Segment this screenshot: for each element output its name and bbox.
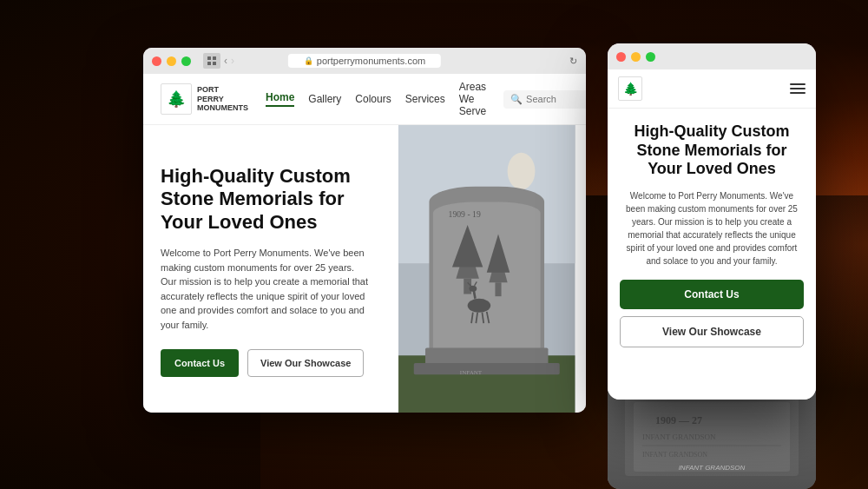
mobile-contact-us-button[interactable]: Contact Us (620, 280, 804, 309)
nav-colours[interactable]: Colours (355, 93, 391, 105)
svg-rect-1 (213, 56, 216, 60)
mobile-maximize-button[interactable] (646, 52, 655, 62)
svg-text:1909 — 27: 1909 — 27 (655, 414, 702, 426)
search-input[interactable] (526, 94, 586, 104)
mobile-hero-title: High-Quality Custom Stone Memorials for … (620, 122, 804, 179)
browser-maximize-button[interactable] (181, 56, 191, 66)
view-showcase-button[interactable]: View Our Showcase (247, 349, 364, 377)
mobile-view-showcase-button[interactable]: View Our Showcase (620, 316, 804, 347)
svg-rect-30 (608, 389, 816, 489)
hamburger-menu-button[interactable] (790, 83, 806, 94)
svg-rect-28 (413, 363, 559, 374)
svg-rect-13 (464, 279, 471, 294)
hamburger-line-3 (790, 92, 806, 94)
tree-logo-icon: 🌲 (167, 89, 186, 109)
mobile-hero-description: Welcome to Port Perry Monuments. We've b… (620, 189, 804, 268)
refresh-icon[interactable]: ↻ (569, 56, 577, 67)
hero-title: High-Quality Custom Stone Memorials for … (161, 165, 370, 234)
forward-arrow-icon[interactable]: › (231, 55, 234, 67)
site-logo: 🌲 PORTPERRYMONUMENTS (161, 83, 248, 115)
mobile-stone-svg: 1909 — 27 INFANT GRANDSON INFANT GRANDSO… (608, 389, 816, 489)
svg-rect-3 (213, 62, 216, 65)
svg-rect-2 (207, 62, 211, 65)
mobile-browser-window: 🌲 High-Quality Custom Stone Memorials fo… (608, 43, 816, 400)
site-navigation: 🌲 PORTPERRYMONUMENTS Home Gallery Colour… (143, 74, 586, 125)
browser-content: 🌲 PORTPERRYMONUMENTS Home Gallery Colour… (143, 74, 586, 413)
svg-text:INFANT GRANDSON: INFANT GRANDSON (642, 451, 707, 459)
nav-gallery[interactable]: Gallery (308, 93, 341, 105)
hero-buttons: Contact Us View Our Showcase (161, 349, 370, 377)
browser-minimize-button[interactable] (167, 56, 176, 66)
search-icon: 🔍 (510, 94, 523, 105)
mobile-titlebar (608, 43, 816, 69)
hero-description: Welcome to Port Perry Monuments. We've b… (161, 246, 370, 332)
mobile-hero-section: High-Quality Custom Stone Memorials for … (608, 109, 816, 361)
contact-us-button[interactable]: Contact Us (161, 349, 239, 377)
address-bar[interactable]: 🔒 portperrymonuments.com (288, 54, 441, 68)
hamburger-line-1 (790, 83, 806, 85)
back-arrow-icon[interactable]: ‹ (224, 55, 227, 67)
mobile-content: 🌲 High-Quality Custom Stone Memorials fo… (608, 69, 816, 400)
hero-image: 1909 - 19 INFANT (387, 125, 587, 413)
site-name: PORTPERRYMONUMENTS (197, 85, 248, 113)
nav-services[interactable]: Services (405, 93, 445, 105)
logo-icon: 🌲 (161, 83, 192, 115)
svg-text:INFANT GRANDSON: INFANT GRANDSON (642, 433, 716, 441)
svg-point-19 (469, 286, 477, 292)
browser-titlebar: ‹ › 🔒 portperrymonuments.com ↻ (143, 48, 586, 74)
memorial-stone-image: 1909 - 19 INFANT (387, 125, 587, 413)
svg-rect-16 (495, 282, 501, 296)
svg-point-6 (507, 153, 535, 189)
mobile-tree-icon: 🌲 (623, 82, 638, 96)
stone-inscription: INFANT GRANDSON (679, 464, 746, 472)
desktop-browser-window: ‹ › 🔒 portperrymonuments.com ↻ 🌲 PORTPER… (143, 48, 586, 413)
mobile-minimize-button[interactable] (631, 52, 641, 62)
svg-text:1909 - 19: 1909 - 19 (448, 209, 480, 219)
svg-rect-32 (634, 402, 790, 472)
mobile-logo-icon: 🌲 (618, 76, 642, 101)
url-text: portperrymonuments.com (317, 56, 425, 66)
nav-areas[interactable]: Areas We Serve (459, 81, 486, 117)
nav-home[interactable]: Home (266, 91, 294, 107)
mobile-stone-image: 1909 — 27 INFANT GRANDSON INFANT GRANDSO… (608, 389, 816, 489)
mobile-navigation: 🌲 (608, 69, 816, 109)
svg-point-17 (467, 299, 490, 313)
mobile-close-button[interactable] (616, 52, 626, 62)
browser-nav-icons: ‹ › (203, 53, 234, 69)
grid-icon[interactable] (203, 53, 220, 69)
svg-text:INFANT: INFANT (459, 369, 482, 376)
hamburger-line-2 (790, 88, 806, 89)
search-box[interactable]: 🔍 (503, 90, 586, 109)
lock-icon: 🔒 (304, 56, 313, 65)
hero-section: High-Quality Custom Stone Memorials for … (143, 125, 586, 413)
svg-rect-0 (207, 56, 211, 60)
nav-links: Home Gallery Colours Services Areas We S… (266, 81, 486, 117)
hero-text-area: High-Quality Custom Stone Memorials for … (143, 125, 387, 413)
browser-close-button[interactable] (152, 56, 161, 66)
svg-rect-10 (432, 202, 540, 363)
